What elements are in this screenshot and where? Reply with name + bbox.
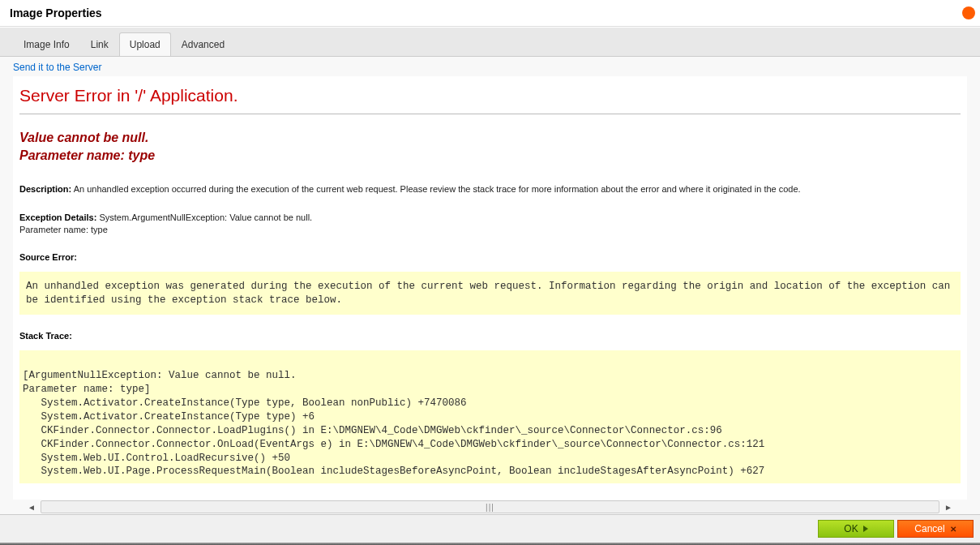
cancel-button[interactable]: Cancel ✕ <box>897 520 974 538</box>
description-text: An unhandled exception occurred during t… <box>74 184 801 194</box>
dialog-button-bar: OK Cancel ✕ <box>0 514 980 543</box>
upload-panel: Send it to the Server Server Error in '/… <box>0 56 980 514</box>
source-error-label: Source Error: <box>19 252 961 262</box>
dialog-container: Image Properties Image Info Link Upload … <box>0 0 980 545</box>
source-error-body: An unhandled exception was generated dur… <box>19 272 961 315</box>
horizontal-scrollbar[interactable]: ||| <box>41 500 939 513</box>
exception-param: Parameter name: type <box>19 225 108 234</box>
ok-button-label: OK <box>844 523 858 534</box>
cancel-button-label: Cancel <box>914 523 944 534</box>
error-title: Server Error in '/' Application. <box>19 86 961 105</box>
error-subtitle: Value cannot be null. Parameter name: ty… <box>19 129 961 164</box>
scroll-right-icon[interactable]: ► <box>943 503 954 512</box>
stack-trace-body: [ArgumentNullException: Value cannot be … <box>19 350 961 483</box>
tab-advanced[interactable]: Advanced <box>171 32 235 56</box>
close-x-icon: ✕ <box>950 525 956 534</box>
play-icon <box>863 526 868 532</box>
tab-upload[interactable]: Upload <box>119 32 171 57</box>
scroll-left-icon[interactable]: ◄ <box>26 503 37 512</box>
exception-row: Exception Details: System.ArgumentNullEx… <box>19 212 961 236</box>
description-label: Description: <box>19 184 71 194</box>
description-row: Description: An unhandled exception occu… <box>19 183 961 195</box>
exception-label: Exception Details: <box>19 212 96 222</box>
stack-trace-label: Stack Trace: <box>19 331 961 341</box>
scrollbar-grip-icon: ||| <box>486 503 494 512</box>
ok-button[interactable]: OK <box>818 520 894 538</box>
dialog-header: Image Properties <box>0 0 980 27</box>
tab-link[interactable]: Link <box>80 32 119 56</box>
error-subtitle-text: Value cannot be null. Parameter name: ty… <box>19 131 155 162</box>
tabs-bar: Image Info Link Upload Advanced <box>0 27 980 56</box>
divider <box>19 114 961 114</box>
close-icon[interactable] <box>962 6 975 19</box>
horizontal-scroll-area: ◄ ||| ► <box>13 500 967 514</box>
send-to-server-button[interactable]: Send it to the Server <box>13 62 967 73</box>
tab-image-info[interactable]: Image Info <box>13 32 80 56</box>
error-page: Server Error in '/' Application. Value c… <box>13 76 967 500</box>
dialog-title: Image Properties <box>10 6 102 19</box>
exception-text: System.ArgumentNullException: Value cann… <box>99 212 312 222</box>
